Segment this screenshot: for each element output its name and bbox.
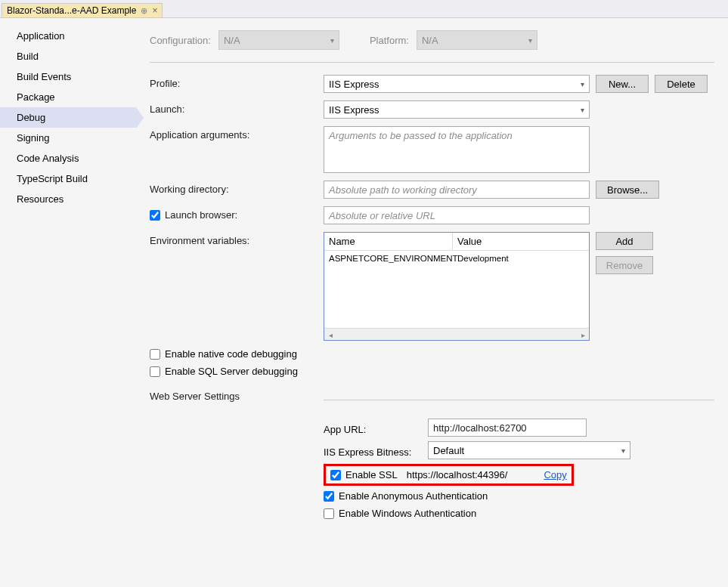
document-tab[interactable]: Blazor-Standa...e-AAD Example ⊕ ×	[2, 3, 163, 17]
env-label: Environment variables:	[150, 232, 324, 246]
sql-debug-row[interactable]: Enable SQL Server debugging	[150, 366, 714, 377]
sidebar-item-code-analysis[interactable]: Code Analysis	[0, 148, 136, 168]
close-icon[interactable]: ×	[152, 5, 157, 16]
sidebar-item-application[interactable]: Application	[0, 26, 136, 46]
sidebar-item-typescript-build[interactable]: TypeScript Build	[0, 168, 136, 189]
configuration-label: Configuration:	[150, 35, 211, 46]
sidebar: Application Build Build Events Package D…	[0, 18, 136, 587]
sidebar-item-resources[interactable]: Resources	[0, 189, 136, 209]
arrow-left-icon[interactable]: ◂	[324, 329, 336, 341]
platform-select: N/A ▾	[417, 30, 537, 50]
win-auth-row[interactable]: Enable Windows Authentication	[324, 508, 714, 519]
sidebar-item-build-events[interactable]: Build Events	[0, 66, 136, 87]
workdir-label: Working directory:	[150, 181, 324, 195]
sql-debug-checkbox[interactable]	[150, 366, 160, 377]
configuration-select: N/A ▾	[218, 30, 339, 50]
enable-ssl-checkbox[interactable]	[330, 470, 341, 480]
native-debug-checkbox[interactable]	[150, 349, 160, 360]
launch-browser-input[interactable]: Absolute or relative URL	[324, 206, 590, 224]
browse-button[interactable]: Browse...	[596, 181, 659, 199]
launch-label: Launch:	[150, 100, 324, 115]
enable-ssl-highlight: Enable SSL https://localhost:44396/ Copy	[324, 464, 574, 486]
remove-button: Remove	[596, 256, 653, 274]
bitness-select[interactable]: Default ▾	[428, 441, 630, 459]
anon-auth-checkbox[interactable]	[324, 491, 334, 502]
sidebar-item-package[interactable]: Package	[0, 87, 136, 107]
web-section-title: Web Server Settings	[150, 388, 324, 402]
bitness-label: IIS Express Bitness:	[324, 443, 422, 458]
scrollbar[interactable]: ◂ ▸	[324, 328, 589, 340]
table-row[interactable]: ASPNETCORE_ENVIRONMENT Development	[324, 251, 589, 266]
arrow-right-icon[interactable]: ▸	[577, 329, 589, 341]
sidebar-item-signing[interactable]: Signing	[0, 128, 136, 148]
native-debug-row[interactable]: Enable native code debugging	[150, 348, 714, 360]
platform-label: Platform:	[370, 35, 409, 46]
chevron-down-icon: ▾	[621, 446, 625, 455]
chevron-down-icon: ▾	[330, 36, 334, 45]
pin-icon[interactable]: ⊕	[141, 6, 147, 16]
env-table[interactable]: Name Value ASPNETCORE_ENVIRONMENT Develo…	[324, 232, 590, 341]
sidebar-item-debug[interactable]: Debug	[0, 107, 136, 128]
app-url-input[interactable]: http://localhost:62700	[428, 419, 587, 437]
launch-browser-label: Launch browser:	[165, 209, 237, 221]
win-auth-checkbox[interactable]	[324, 508, 334, 519]
new-button[interactable]: New...	[596, 75, 649, 93]
sidebar-item-build[interactable]: Build	[0, 46, 136, 66]
env-header-name: Name	[324, 233, 453, 250]
launch-select[interactable]: IIS Express ▾	[324, 100, 590, 119]
enable-ssl-label: Enable SSL	[345, 469, 398, 480]
add-button[interactable]: Add	[596, 232, 653, 250]
app-args-input[interactable]: Arguments to be passed to the applicatio…	[324, 126, 590, 173]
app-url-label: App URL:	[324, 421, 422, 435]
app-args-label: Application arguments:	[150, 126, 324, 141]
copy-link[interactable]: Copy	[544, 469, 566, 480]
anon-auth-row[interactable]: Enable Anonymous Authentication	[324, 490, 714, 502]
launch-browser-checkbox[interactable]	[150, 210, 160, 221]
workdir-input[interactable]: Absolute path to working directory	[324, 181, 590, 199]
ssl-url: https://localhost:44396/	[407, 469, 508, 480]
tab-title: Blazor-Standa...e-AAD Example	[7, 5, 136, 16]
delete-button[interactable]: Delete	[655, 75, 708, 93]
profile-select[interactable]: IIS Express ▾	[324, 75, 590, 93]
chevron-down-icon: ▾	[581, 106, 584, 114]
profile-label: Profile:	[150, 75, 324, 89]
chevron-down-icon: ▾	[528, 36, 532, 45]
env-header-value: Value	[453, 233, 486, 250]
chevron-down-icon: ▾	[581, 80, 584, 88]
